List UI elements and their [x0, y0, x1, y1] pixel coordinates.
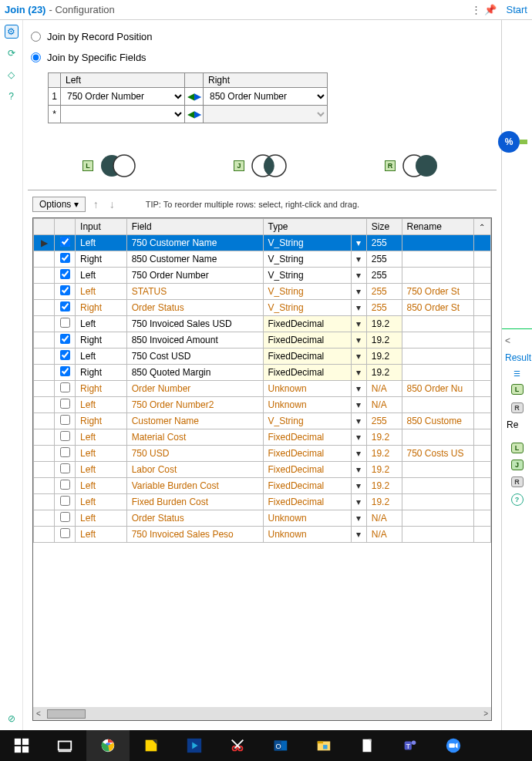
row-handle[interactable] — [34, 300, 55, 316]
cell-size[interactable]: 19.2 — [366, 332, 402, 349]
col-size[interactable]: Size — [366, 219, 402, 235]
table-row[interactable]: LeftOrder StatusUnknown▾N/A — [34, 510, 491, 527]
cell-type[interactable]: FixedDecimal — [263, 478, 351, 494]
table-row[interactable]: Right850 Invoiced AmountFixedDecimal▾19.… — [34, 332, 491, 349]
table-row[interactable]: Left750 Order NumberV_String▾255 — [34, 268, 491, 284]
row-handle[interactable]: ▶ — [34, 235, 55, 251]
row-handle[interactable] — [34, 413, 55, 429]
cell-field[interactable]: Variable Burden Cost — [126, 478, 263, 494]
teams-icon[interactable]: T — [389, 730, 432, 761]
type-dropdown-icon[interactable]: ▾ — [351, 413, 366, 429]
table-row[interactable]: LeftVariable Burden CostFixedDecimal▾19.… — [34, 478, 491, 494]
pin-icon[interactable]: 📌 — [483, 4, 497, 15]
type-dropdown-icon[interactable]: ▾ — [351, 349, 366, 365]
cell-rename[interactable] — [402, 251, 474, 268]
horizontal-scrollbar[interactable]: <> — [33, 707, 491, 720]
cell-field[interactable]: 750 Order Number — [126, 268, 263, 284]
row-handle[interactable] — [34, 251, 55, 268]
table-row[interactable]: Left750 Invoiced Sales PesoUnknown▾N/A — [34, 527, 491, 543]
row-handle[interactable] — [34, 446, 55, 462]
cell-field[interactable]: 750 Invoiced Sales Peso — [126, 527, 263, 543]
row-handle[interactable] — [34, 478, 55, 494]
cell-size[interactable]: 19.2 — [366, 429, 402, 446]
row-handle[interactable] — [34, 316, 55, 332]
cell-size[interactable]: 19.2 — [366, 365, 402, 381]
cell-field[interactable]: Order Number — [126, 381, 263, 397]
cell-size[interactable]: 19.2 — [366, 316, 402, 332]
move-down-button[interactable]: ↓ — [106, 198, 118, 210]
type-dropdown-icon[interactable]: ▾ — [351, 381, 366, 397]
cell-rename[interactable] — [402, 478, 474, 494]
radio-join-by-fields[interactable]: Join by Specific Fields — [31, 52, 493, 63]
cell-type[interactable]: FixedDecimal — [263, 446, 351, 462]
cell-type[interactable]: FixedDecimal — [263, 332, 351, 349]
cell-type[interactable]: V_String — [263, 235, 351, 251]
include-checkbox[interactable] — [55, 462, 76, 478]
include-checkbox[interactable] — [55, 349, 76, 365]
venn-right[interactable]: R — [385, 153, 442, 179]
type-dropdown-icon[interactable]: ▾ — [351, 365, 366, 381]
cell-rename[interactable]: 850 Custome — [402, 413, 474, 429]
tag-icon[interactable]: ◇ — [5, 68, 19, 82]
scroll-up-icon[interactable]: ⌃ — [474, 219, 491, 235]
cell-size[interactable]: N/A — [366, 527, 402, 543]
cell-rename[interactable] — [402, 332, 474, 349]
cell-field[interactable]: 750 USD — [126, 446, 263, 462]
include-checkbox[interactable] — [55, 478, 76, 494]
table-row[interactable]: RightOrder NumberUnknown▾N/A850 Order Nu — [34, 381, 491, 397]
type-dropdown-icon[interactable]: ▾ — [351, 478, 366, 494]
table-row[interactable]: ▶Left750 Customer NameV_String▾255 — [34, 235, 491, 251]
notes-icon[interactable] — [130, 730, 173, 761]
help-icon[interactable]: ? — [5, 89, 19, 103]
cell-rename[interactable]: 850 Order St — [402, 300, 474, 316]
cell-type[interactable]: V_String — [263, 413, 351, 429]
cell-field[interactable]: STATUS — [126, 284, 263, 300]
type-dropdown-icon[interactable]: ▾ — [351, 494, 366, 510]
doc-icon[interactable] — [345, 730, 389, 761]
outlook-icon[interactable]: O — [259, 730, 302, 761]
percent-tool-node[interactable]: % — [498, 131, 520, 153]
anchor-L-icon[interactable]: L — [511, 384, 524, 395]
cell-rename[interactable] — [402, 349, 474, 365]
include-checkbox[interactable] — [55, 284, 76, 300]
move-up-button[interactable]: ↑ — [90, 198, 102, 210]
cell-field[interactable]: 750 Customer Name — [126, 235, 263, 251]
cell-rename[interactable] — [402, 527, 474, 543]
table-row[interactable]: Left750 Cost USDFixedDecimal▾19.2 — [34, 349, 491, 365]
anchor-R2-icon[interactable]: R — [511, 476, 524, 487]
include-checkbox[interactable] — [55, 446, 76, 462]
type-dropdown-icon[interactable]: ▾ — [351, 429, 366, 446]
include-checkbox[interactable] — [55, 251, 76, 268]
cell-rename[interactable] — [402, 462, 474, 478]
chrome-icon[interactable] — [86, 730, 130, 761]
gear-icon[interactable]: ⚙ — [5, 25, 19, 39]
col-type[interactable]: Type — [263, 219, 366, 235]
cell-rename[interactable] — [402, 494, 474, 510]
include-checkbox[interactable] — [55, 510, 76, 527]
row-handle[interactable] — [34, 332, 55, 349]
table-row[interactable]: Right850 Customer NameV_String▾255 — [34, 251, 491, 268]
cell-size[interactable]: 19.2 — [366, 349, 402, 365]
refresh-icon[interactable]: ⟳ — [5, 46, 19, 60]
start-link[interactable]: Start — [507, 4, 527, 15]
zoom-icon[interactable] — [432, 730, 475, 761]
include-checkbox[interactable] — [55, 527, 76, 543]
more-icon[interactable]: ⋮ — [470, 4, 483, 15]
table-row[interactable]: LeftMaterial CostFixedDecimal▾19.2 — [34, 429, 491, 446]
options-dropdown[interactable]: Options ▾ — [32, 197, 86, 212]
radio-join-by-position[interactable]: Join by Record Position — [31, 31, 493, 42]
include-checkbox[interactable] — [55, 397, 76, 413]
cell-field[interactable]: 850 Invoiced Amount — [126, 332, 263, 349]
cell-field[interactable]: 850 Quoted Margin — [126, 365, 263, 381]
panel-divider[interactable] — [28, 190, 497, 191]
list-icon[interactable]: ☰ — [513, 369, 520, 378]
type-dropdown-icon[interactable]: ▾ — [351, 284, 366, 300]
cell-field[interactable]: Order Status — [126, 510, 263, 527]
type-dropdown-icon[interactable]: ▾ — [351, 332, 366, 349]
cell-rename[interactable]: 750 Costs US — [402, 446, 474, 462]
help-circle-icon[interactable]: ? — [511, 493, 524, 506]
left-field-select[interactable]: 750 Order Number — [61, 88, 184, 105]
cell-type[interactable]: FixedDecimal — [263, 494, 351, 510]
cell-size[interactable]: 255 — [366, 235, 402, 251]
table-row[interactable]: Left750 Invoiced Sales USDFixedDecimal▾1… — [34, 316, 491, 332]
